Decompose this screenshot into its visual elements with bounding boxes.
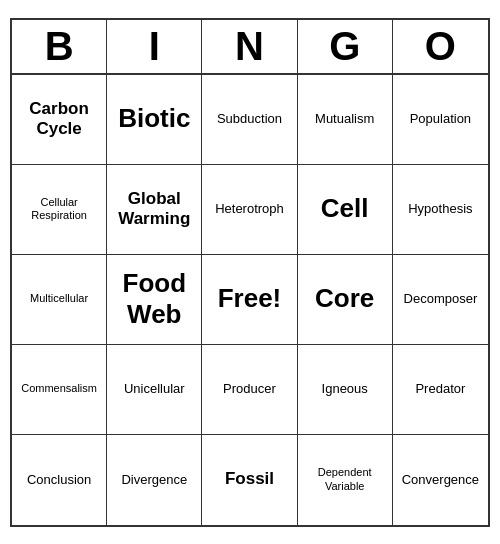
cell-text-15: Commensalism — [21, 382, 97, 395]
header-letter-N: N — [202, 20, 297, 73]
bingo-cell-24: Convergence — [393, 435, 488, 525]
cell-text-23: Dependent Variable — [302, 466, 388, 492]
cell-text-12: Free! — [218, 283, 282, 314]
cell-text-10: Multicellular — [30, 292, 88, 305]
cell-text-4: Population — [410, 111, 471, 127]
cell-text-1: Biotic — [118, 103, 190, 134]
header-letter-O: O — [393, 20, 488, 73]
bingo-cell-23: Dependent Variable — [298, 435, 393, 525]
bingo-cell-12: Free! — [202, 255, 297, 345]
bingo-cell-7: Heterotroph — [202, 165, 297, 255]
cell-text-13: Core — [315, 283, 374, 314]
bingo-cell-18: Igneous — [298, 345, 393, 435]
bingo-cell-15: Commensalism — [12, 345, 107, 435]
cell-text-14: Decomposer — [404, 291, 478, 307]
bingo-cell-6: Global Warming — [107, 165, 202, 255]
cell-text-18: Igneous — [322, 381, 368, 397]
bingo-grid: Carbon CycleBioticSubductionMutualismPop… — [12, 75, 488, 525]
bingo-cell-13: Core — [298, 255, 393, 345]
cell-text-11: Food Web — [111, 268, 197, 330]
bingo-cell-10: Multicellular — [12, 255, 107, 345]
cell-text-16: Unicellular — [124, 381, 185, 397]
cell-text-24: Convergence — [402, 472, 479, 488]
cell-text-2: Subduction — [217, 111, 282, 127]
cell-text-5: Cellular Respiration — [16, 196, 102, 222]
bingo-cell-5: Cellular Respiration — [12, 165, 107, 255]
bingo-cell-1: Biotic — [107, 75, 202, 165]
bingo-cell-8: Cell — [298, 165, 393, 255]
bingo-cell-0: Carbon Cycle — [12, 75, 107, 165]
bingo-cell-11: Food Web — [107, 255, 202, 345]
bingo-cell-21: Divergence — [107, 435, 202, 525]
cell-text-3: Mutualism — [315, 111, 374, 127]
bingo-cell-22: Fossil — [202, 435, 297, 525]
bingo-header: BINGO — [12, 20, 488, 75]
cell-text-7: Heterotroph — [215, 201, 284, 217]
bingo-cell-9: Hypothesis — [393, 165, 488, 255]
cell-text-9: Hypothesis — [408, 201, 472, 217]
cell-text-19: Predator — [415, 381, 465, 397]
header-letter-G: G — [298, 20, 393, 73]
cell-text-22: Fossil — [225, 469, 274, 489]
header-letter-I: I — [107, 20, 202, 73]
cell-text-17: Producer — [223, 381, 276, 397]
cell-text-20: Conclusion — [27, 472, 91, 488]
header-letter-B: B — [12, 20, 107, 73]
bingo-cell-3: Mutualism — [298, 75, 393, 165]
bingo-cell-14: Decomposer — [393, 255, 488, 345]
bingo-cell-20: Conclusion — [12, 435, 107, 525]
cell-text-21: Divergence — [121, 472, 187, 488]
bingo-cell-16: Unicellular — [107, 345, 202, 435]
bingo-cell-17: Producer — [202, 345, 297, 435]
cell-text-6: Global Warming — [111, 189, 197, 230]
cell-text-0: Carbon Cycle — [16, 99, 102, 140]
bingo-cell-19: Predator — [393, 345, 488, 435]
bingo-cell-2: Subduction — [202, 75, 297, 165]
bingo-cell-4: Population — [393, 75, 488, 165]
bingo-card: BINGO Carbon CycleBioticSubductionMutual… — [10, 18, 490, 527]
cell-text-8: Cell — [321, 193, 369, 224]
